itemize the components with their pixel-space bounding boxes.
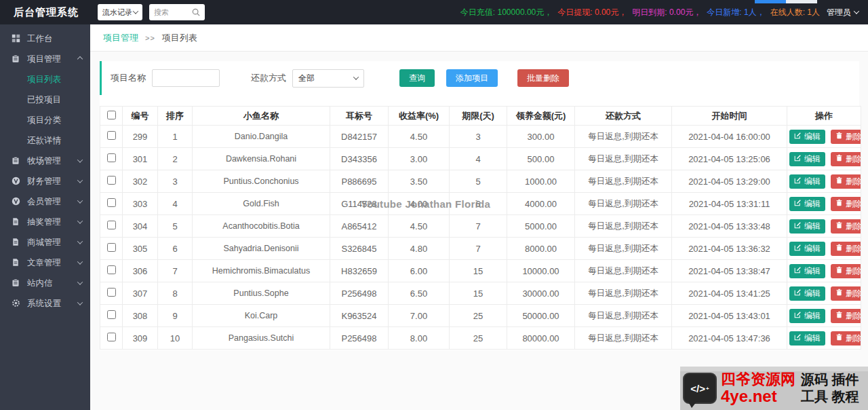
cell-start: 2021-04-05 13:31:11 [672, 193, 787, 215]
trash-icon [835, 244, 843, 253]
row-select-cell [100, 238, 123, 260]
trash-icon [835, 154, 843, 164]
edit-button[interactable]: 编辑 [789, 286, 825, 301]
sidebar-item-2[interactable]: 项目管理 [0, 49, 90, 69]
row-checkbox[interactable] [107, 310, 116, 319]
cell-amount: 10000.00 [507, 260, 575, 282]
sidebar-item-8[interactable]: 文章管理 [0, 253, 90, 273]
edit-button[interactable]: 编辑 [789, 219, 825, 234]
cell-name: Dawkensia.Rohani [193, 148, 330, 170]
delete-button[interactable]: 删除 [831, 152, 861, 166]
project-name-input[interactable] [152, 69, 220, 87]
clipboard-icon [12, 278, 21, 288]
admin-menu[interactable]: 管理员 [827, 7, 859, 18]
edit-button[interactable]: 编辑 [789, 264, 825, 278]
cell-id: 309 [123, 327, 158, 350]
table-row: 3067Hemichromis.BimaculatusH8326596.0015… [100, 260, 861, 282]
repay-method-label: 还款方式 [251, 72, 286, 84]
row-checkbox[interactable] [107, 153, 116, 162]
edit-button[interactable]: 编辑 [789, 242, 825, 256]
cell-days: 4 [450, 148, 507, 170]
breadcrumb-parent[interactable]: 项目管理 [103, 32, 138, 44]
repay-method-select[interactable]: 全部 [292, 69, 364, 88]
edit-icon [794, 154, 802, 164]
sidebar-item-5[interactable]: 会员管理 [0, 191, 90, 212]
sidebar-item-label: 牧场管理 [27, 155, 61, 167]
sidebar-item-10[interactable]: 系统设置 [0, 293, 90, 314]
row-checkbox[interactable] [107, 265, 116, 274]
module-select[interactable]: 流水记录 [98, 4, 142, 20]
cell-days: 5 [450, 170, 507, 193]
sidebar-subitem[interactable]: 项目分类 [0, 110, 90, 130]
chevron-down-icon [353, 74, 359, 79]
batch-delete-button[interactable]: 批量删除 [517, 69, 569, 87]
edit-button[interactable]: 编辑 [789, 152, 825, 166]
sidebar-item-label: 系统设置 [27, 298, 61, 310]
delete-button[interactable]: 删除 [831, 242, 861, 256]
sidebar-subitem[interactable]: 项目列表 [0, 69, 90, 90]
cell-rate: 8.00 [389, 327, 450, 350]
cell-repay: 每日返息,到期还本 [575, 170, 672, 193]
select-all-checkbox[interactable] [107, 111, 116, 119]
sidebar-item-4[interactable]: 财务管理 [0, 171, 90, 191]
breadcrumb-separator: >> [145, 34, 155, 42]
chevron-down-icon [77, 218, 83, 223]
delete-button[interactable]: 删除 [831, 219, 861, 234]
table-row: 3034Gold.FishG1145284.0064000.00每日返息,到期还… [100, 193, 861, 215]
sidebar-item-7[interactable]: 商城管理 [0, 232, 90, 253]
cell-repay: 每日返息,到期还本 [575, 238, 672, 260]
row-select-cell [100, 282, 123, 305]
row-checkbox[interactable] [107, 221, 116, 229]
header-search[interactable] [149, 4, 205, 20]
sidebar-item-9[interactable]: 站内信 [0, 273, 90, 293]
search-input[interactable] [154, 8, 189, 16]
sidebar: 工作台项目管理项目列表已投项目项目分类还款详情牧场管理财务管理会员管理抽奖管理商… [0, 24, 90, 410]
chevron-down-icon [77, 299, 83, 305]
edit-button[interactable]: 编辑 [789, 331, 825, 346]
row-actions-cell: 编辑删除 [787, 215, 861, 238]
cell-name: Puntius.Sophe [193, 282, 330, 305]
edit-button[interactable]: 编辑 [789, 309, 825, 323]
doc-icon [12, 238, 21, 247]
edit-button[interactable]: 编辑 [789, 174, 825, 189]
sidebar-item-6[interactable]: 抽奖管理 [0, 212, 90, 232]
sidebar-item-3[interactable]: 牧场管理 [0, 151, 90, 171]
row-actions-cell: 编辑删除 [787, 305, 861, 327]
row-checkbox[interactable] [107, 176, 116, 185]
delete-button[interactable]: 删除 [831, 174, 861, 189]
row-checkbox[interactable] [107, 243, 116, 252]
sidebar-subitem[interactable]: 还款详情 [0, 130, 90, 151]
row-checkbox[interactable] [107, 198, 116, 207]
badge-icon [12, 197, 21, 206]
row-checkbox[interactable] [107, 288, 116, 297]
cell-start: 2021-04-05 13:47:36 [672, 327, 787, 350]
column-header: 还款方式 [575, 107, 672, 126]
doc-icon [12, 217, 21, 227]
cell-sort: 7 [158, 260, 193, 282]
delete-button[interactable]: 删除 [831, 130, 861, 144]
cell-start: 2021-04-05 13:38:47 [672, 260, 787, 282]
delete-button[interactable]: 删除 [831, 309, 861, 323]
cell-start: 2021-04-05 13:36:32 [672, 238, 787, 260]
query-button[interactable]: 查询 [399, 69, 435, 87]
delete-button[interactable]: 删除 [831, 264, 861, 278]
delete-button[interactable]: 删除 [831, 286, 861, 301]
add-project-button[interactable]: 添加项目 [446, 69, 498, 87]
row-checkbox[interactable] [107, 131, 116, 140]
breadcrumb: 项目管理 >> 项目列表 [90, 24, 868, 52]
sidebar-item-1[interactable]: 工作台 [0, 29, 90, 49]
edit-icon [794, 288, 802, 298]
cell-repay: 每日返息,到期还本 [575, 305, 672, 327]
edit-icon [794, 132, 802, 141]
cell-sort: 3 [158, 170, 193, 193]
table-row: 3012Dawkensia.RohaniD3433563.004500.00每日… [100, 148, 861, 170]
edit-button[interactable]: 编辑 [789, 197, 825, 211]
main-content: 项目管理 >> 项目列表 项目名称 还款方式 全部 查询 添加项目 批量删除 编… [90, 24, 868, 410]
clipboard-icon [12, 156, 21, 166]
edit-button[interactable]: 编辑 [789, 130, 825, 144]
sidebar-subitem[interactable]: 已投项目 [0, 90, 90, 110]
cell-sort: 8 [158, 282, 193, 305]
delete-button[interactable]: 删除 [831, 331, 861, 346]
row-checkbox[interactable] [107, 333, 116, 341]
delete-button[interactable]: 删除 [831, 197, 861, 211]
